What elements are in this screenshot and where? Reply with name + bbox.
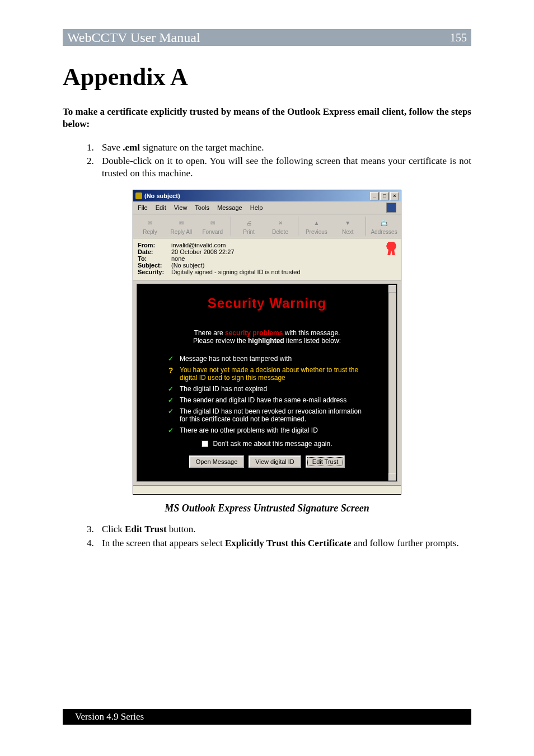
security-warning-intro: There are security problems with this me… — [167, 329, 367, 345]
print-button[interactable]: 🖨Print — [236, 217, 263, 235]
step-1-post: signature on the target machine. — [140, 142, 264, 153]
view-digital-id-button[interactable]: View digital ID — [249, 456, 301, 468]
outlook-dialog: (No subject) _ □ × File Edit View Tools … — [133, 190, 401, 495]
step-3-post: button. — [167, 524, 196, 534]
maximize-button[interactable]: □ — [380, 192, 389, 200]
steps-list-continued: Click Edit Trust button. In the screen t… — [96, 523, 471, 549]
menu-bar: File Edit View Tools Message Help — [133, 201, 401, 214]
header-page-number: 155 — [450, 31, 467, 44]
warn-intro-l2-pre: Please review the — [193, 337, 248, 345]
check-icon: ✓ — [167, 396, 174, 404]
vertical-scrollbar[interactable] — [388, 285, 396, 481]
menu-view[interactable]: View — [174, 204, 188, 211]
print-label: Print — [243, 229, 255, 235]
forward-icon: ✉ — [207, 217, 219, 228]
open-message-button[interactable]: Open Message — [189, 456, 245, 468]
from-value: invalid@invalid.com — [171, 242, 226, 248]
close-button[interactable]: × — [390, 192, 399, 200]
reply-all-icon: ✉ — [175, 217, 188, 228]
to-value: none — [171, 255, 185, 262]
security-warning-title: Security Warning — [167, 295, 367, 311]
dialog-screenshot: (No subject) _ □ × File Edit View Tools … — [63, 190, 471, 495]
window-titlebar: (No subject) _ □ × — [133, 190, 401, 201]
next-label: Next — [342, 229, 354, 235]
delete-button[interactable]: ✕Delete — [267, 217, 294, 235]
signed-ribbon-icon — [386, 242, 396, 254]
check-icon: ✓ — [167, 385, 174, 393]
toolbar: ✉Reply ✉Reply All ✉Forward 🖨Print ✕Delet… — [133, 214, 401, 238]
step-1-pre: Save — [102, 142, 123, 153]
check-item-3-text: The digital ID has not expired — [180, 385, 267, 393]
check-item-1: ✓Message has not been tampered with — [167, 355, 367, 363]
check-item-2: ?You have not yet made a decision about … — [167, 366, 367, 382]
warn-intro-sp: security problems — [225, 329, 283, 337]
toolbar-divider-3 — [366, 217, 366, 236]
date-label: Date: — [138, 248, 168, 255]
reply-label: Reply — [143, 229, 157, 235]
dont-ask-row: Don't ask me about this message again. — [167, 440, 367, 448]
delete-label: Delete — [272, 229, 288, 235]
dont-ask-checkbox[interactable] — [202, 440, 208, 447]
warn-intro-l2-post: items listed below: — [284, 337, 341, 345]
check-item-3: ✓The digital ID has not expired — [167, 385, 367, 393]
previous-icon: ▲ — [310, 217, 322, 228]
next-icon: ▼ — [341, 217, 354, 228]
shield-icon — [135, 192, 142, 199]
menu-file[interactable]: File — [138, 204, 148, 211]
step-4-post: and follow further prompts. — [352, 538, 459, 548]
step-3-bold: Edit Trust — [125, 524, 166, 534]
menu-edit[interactable]: Edit — [156, 204, 166, 211]
check-item-4: ✓The sender and digital ID have the same… — [167, 396, 367, 404]
from-label: From: — [138, 242, 168, 248]
addresses-icon: 📇 — [378, 217, 390, 228]
security-label: Security: — [138, 269, 168, 275]
steps-list: Save .eml signature on the target machin… — [96, 142, 471, 180]
check-icon: ✓ — [167, 407, 174, 415]
intro-paragraph: To make a certificate explicitly trusted… — [63, 106, 471, 130]
menu-message[interactable]: Message — [217, 204, 242, 211]
check-item-2-text: You have not yet made a decision about w… — [180, 366, 367, 382]
page-content: Appendix A To make a certificate explici… — [63, 63, 471, 550]
check-item-5-text: The digital ID has not been revoked or r… — [180, 407, 367, 423]
step-1-bold: .eml — [123, 142, 140, 153]
step-4: In the screen that appears select Explic… — [96, 537, 471, 550]
previous-button[interactable]: ▲Previous — [303, 217, 330, 235]
warn-intro-hl: highlighted — [248, 337, 284, 345]
figure-caption: MS Outlook Express Untrusted Signature S… — [63, 503, 471, 514]
scroll-up-button[interactable] — [388, 285, 396, 293]
print-icon: 🖨 — [243, 217, 255, 228]
page-footer: Version 4.9 Series — [63, 709, 471, 725]
edit-trust-button[interactable]: Edit Trust — [306, 456, 345, 468]
check-icon: ✓ — [167, 355, 174, 363]
reply-all-button[interactable]: ✉Reply All — [168, 217, 195, 235]
warning-checklist: ✓Message has not been tampered with ?You… — [167, 355, 367, 434]
reply-icon: ✉ — [144, 217, 156, 228]
next-button[interactable]: ▼Next — [334, 217, 361, 235]
warn-intro-mid: with this message. — [283, 329, 340, 337]
reply-all-label: Reply All — [170, 229, 192, 235]
appendix-heading: Appendix A — [63, 63, 471, 91]
header-title: WebCCTV User Manual — [67, 30, 200, 45]
dont-ask-label: Don't ask me about this message again. — [213, 440, 332, 448]
check-item-6-text: There are no other problems with the dig… — [180, 426, 318, 434]
page-header: WebCCTV User Manual 155 — [63, 29, 471, 46]
security-warning-panel: Security Warning There are security prob… — [137, 284, 397, 482]
step-2: Double-click on it to open. You will see… — [96, 155, 471, 180]
dialog-button-row: Open Message View digital ID Edit Trust — [167, 456, 367, 468]
forward-button[interactable]: ✉Forward — [199, 217, 226, 235]
check-item-5: ✓The digital ID has not been revoked or … — [167, 407, 367, 423]
check-item-6: ✓There are no other problems with the di… — [167, 426, 367, 434]
menu-tools[interactable]: Tools — [195, 204, 209, 211]
step-3-pre: Click — [102, 524, 125, 534]
footer-version: Version 4.9 Series — [75, 711, 144, 722]
warn-intro-pre: There are — [194, 329, 225, 337]
reply-button[interactable]: ✉Reply — [137, 217, 163, 235]
window-title: (No subject) — [144, 192, 180, 199]
delete-icon: ✕ — [274, 217, 287, 228]
scroll-down-button[interactable] — [388, 473, 396, 481]
forward-label: Forward — [202, 229, 223, 235]
addresses-button[interactable]: 📇Addresses — [371, 217, 397, 235]
minimize-button[interactable]: _ — [370, 192, 379, 200]
menu-help[interactable]: Help — [250, 204, 263, 211]
check-item-1-text: Message has not been tampered with — [180, 355, 292, 363]
